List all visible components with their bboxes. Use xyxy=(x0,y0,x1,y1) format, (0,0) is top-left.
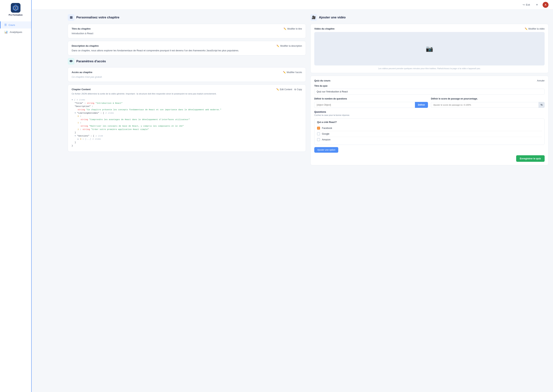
copy-icon: ⧉ xyxy=(294,88,296,91)
option-checkbox-2[interactable] xyxy=(317,138,320,141)
personalize-title: Personnalisez votre chapitre xyxy=(76,16,119,19)
access-section-header: 👁 Paramètres d'accès xyxy=(68,58,306,65)
cancel-quiz-button[interactable]: Annuler xyxy=(537,79,545,82)
quiz-settings-row: Définir le nombre de questions Définir D… xyxy=(314,97,545,108)
quiz-card: Quiz du cours Annuler Titre du quiz Défi… xyxy=(310,76,549,165)
content-card: Chapter Content ✏️ Edit Content ⧉ Copy C… xyxy=(68,84,306,152)
questions-title: Questions xyxy=(314,111,545,113)
logo-area: Pro Formation xyxy=(8,3,22,16)
video-card-label: Vidéo du chapitre xyxy=(314,27,334,30)
edit-content-label: Edit Content xyxy=(280,88,292,91)
sidebar: Pro Formation ☰ Cours 📊 Analytiques xyxy=(0,0,32,392)
user-avatar[interactable]: A xyxy=(543,2,549,8)
exit-icon: ↪ xyxy=(523,3,525,6)
access-icon: 👁 xyxy=(68,58,74,65)
score-col: Définir le score de passage en pourcenta… xyxy=(431,97,545,108)
analytiques-icon: 📊 xyxy=(4,30,8,34)
nb-questions-row: Définir xyxy=(314,102,428,108)
access-value: Ce chapitre n'est pas gratuit. xyxy=(72,76,302,78)
score-input[interactable] xyxy=(431,102,539,108)
camera-icon: 📷 xyxy=(426,45,433,52)
sidebar-item-analytiques[interactable]: 📊 Analytiques xyxy=(0,28,31,35)
video-card: Vidéo du chapitre ✏️ Modifier la vidéo 📷… xyxy=(310,24,549,73)
edit-access-button[interactable]: ✏️ Modifier l'accès xyxy=(283,71,302,74)
json-viewer: ▼ { 4 items "Title" : string "Introducti… xyxy=(72,98,302,148)
copy-label: Copy xyxy=(297,88,302,91)
title-card: Titre du chapitre ✏️ Modifier le titre I… xyxy=(68,24,306,38)
theme-toggle-button[interactable]: ☀ xyxy=(534,3,540,7)
content-actions: ✏️ Edit Content ⧉ Copy xyxy=(276,88,302,91)
title-card-label: Titre du chapitre xyxy=(72,27,91,30)
video-note: Les vidéos peuvent prendre quelques minu… xyxy=(314,67,545,70)
edit-title-label: Modifier le titre xyxy=(287,28,302,30)
option-label-1: Google xyxy=(322,133,329,135)
description-value: Dans ce chapitre, nous allons explorer l… xyxy=(72,49,302,52)
video-icon: 🎥 xyxy=(310,14,317,21)
edit-access-icon: ✏️ xyxy=(283,71,286,74)
sidebar-item-cours[interactable]: ☰ Cours xyxy=(0,21,31,28)
edit-content-button[interactable]: ✏️ Edit Content xyxy=(276,88,292,91)
app-logo-icon xyxy=(11,3,21,13)
edit-description-button[interactable]: ✏️ Modifier la description xyxy=(276,45,302,47)
access-card-header: Accès au chapitre ✏️ Modifier l'accès xyxy=(72,71,302,74)
nb-questions-col: Définir le nombre de questions Définir xyxy=(314,97,428,108)
svg-point-3 xyxy=(15,7,16,9)
definir-label: Définir xyxy=(418,104,425,106)
content-card-header: Chapter Content ✏️ Edit Content ⧉ Copy xyxy=(72,88,302,91)
save-quiz-label: Enregistrer le quiz xyxy=(520,157,541,160)
add-option-label: Ajouter une option xyxy=(317,149,335,151)
video-placeholder: 📷 xyxy=(314,32,545,65)
sidebar-item-cours-label: Cours xyxy=(8,24,15,26)
questions-hint: Cochez la case pour la bonne réponse. xyxy=(314,114,545,116)
exit-label: Exit xyxy=(526,3,530,6)
option-row-0: ✓ Facebook xyxy=(317,125,542,131)
cours-icon: ☰ xyxy=(4,23,7,27)
question-block: Qui a créé React? ✓ Facebook Google Amaz… xyxy=(314,119,545,145)
content-card-title: Chapter Content xyxy=(72,88,91,91)
video-section-title: Ajouter une vidéo xyxy=(319,16,346,19)
edit-video-button[interactable]: ✏️ Modifier la vidéo xyxy=(525,28,545,30)
save-quiz-area: Enregistrer le quiz xyxy=(314,155,545,162)
edit-title-button[interactable]: ✏️ Modifier le titre xyxy=(284,28,302,30)
right-column: 🎥 Ajouter une vidéo Vidéo du chapitre ✏️… xyxy=(310,14,549,165)
nb-questions-label: Définir le nombre de questions xyxy=(314,97,428,100)
content-description: Ce fichier JSON détermine la sortie de l… xyxy=(72,92,302,95)
avatar-letter: A xyxy=(545,3,546,6)
copy-content-button[interactable]: ⧉ Copy xyxy=(294,88,302,91)
edit-access-label: Modifier l'accès xyxy=(287,71,302,74)
edit-title-icon: ✏️ xyxy=(284,28,286,30)
video-card-header: Vidéo du chapitre ✏️ Modifier la vidéo xyxy=(314,27,545,30)
exit-button[interactable]: ↪ Exit xyxy=(521,3,532,7)
quiz-title-input[interactable] xyxy=(314,89,545,95)
add-option-button[interactable]: Ajouter une option xyxy=(314,147,338,153)
question-text: Qui a créé React? xyxy=(317,121,542,124)
option-label-2: Amazon xyxy=(322,138,330,141)
score-row: % xyxy=(431,102,545,108)
edit-desc-label: Modifier la description xyxy=(280,45,302,47)
sidebar-item-analytiques-label: Analytiques xyxy=(10,31,22,34)
edit-desc-icon: ✏️ xyxy=(276,45,279,47)
option-checkbox-1[interactable] xyxy=(317,133,320,135)
video-section-header: 🎥 Ajouter une vidéo xyxy=(310,14,549,21)
cancel-label: Annuler xyxy=(537,79,545,82)
access-card: Accès au chapitre ✏️ Modifier l'accès Ce… xyxy=(68,67,306,82)
option-row-2: Amazon xyxy=(317,137,542,142)
quiz-card-header: Quiz du cours Annuler xyxy=(314,79,545,82)
option-checkbox-0[interactable]: ✓ xyxy=(317,127,320,130)
left-column: ⊞ Personnalisez votre chapitre Titre du … xyxy=(68,14,306,165)
edit-video-icon: ✏️ xyxy=(525,28,527,30)
quiz-title-subtitle: Titre du quiz xyxy=(314,85,545,87)
option-label-0: Facebook xyxy=(322,127,332,129)
score-label: Définir le score de passage en pourcenta… xyxy=(431,97,545,100)
quiz-header-title: Quiz du cours xyxy=(314,79,330,82)
save-quiz-button[interactable]: Enregistrer le quiz xyxy=(516,155,545,162)
title-card-header: Titre du chapitre ✏️ Modifier le titre xyxy=(72,27,302,30)
title-value: Introduction à React xyxy=(72,32,302,35)
pct-badge: % xyxy=(539,102,545,108)
access-section-title: Paramètres d'accès xyxy=(76,60,106,63)
topbar: ↪ Exit ☀ A xyxy=(32,0,553,10)
description-card-label: Description du chapitre xyxy=(72,44,99,47)
nb-questions-input[interactable] xyxy=(314,102,415,108)
access-card-label: Accès au chapitre xyxy=(72,71,92,74)
definir-button[interactable]: Définir xyxy=(415,102,428,108)
